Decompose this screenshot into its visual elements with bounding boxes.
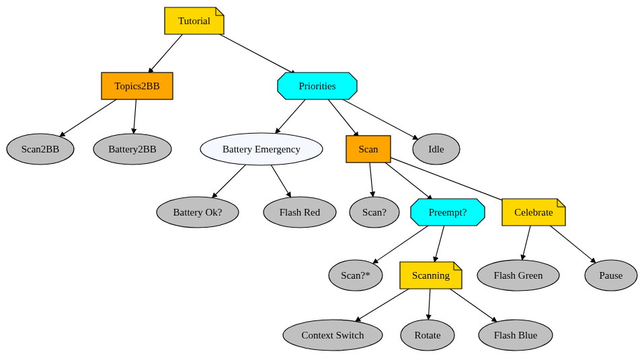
node-flash_green: Flash Green — [477, 260, 559, 291]
node-label-flash_green: Flash Green — [494, 270, 543, 281]
node-flash_red: Flash Red — [264, 197, 336, 228]
edge-scanning-context_switch — [356, 286, 413, 321]
edge-priorities-battery_emergency — [276, 99, 306, 133]
edge-battery_emergency-battery_ok — [212, 165, 246, 197]
node-priorities: Priorities — [278, 73, 357, 99]
node-label-battery_emergency: Battery Emergency — [223, 144, 300, 154]
node-label-scan2bb: Scan2BB — [22, 144, 60, 154]
node-label-scan_q: Scan? — [362, 207, 387, 218]
node-scan_q: Scan? — [350, 197, 399, 228]
node-celebrate: Celebrate — [502, 199, 565, 226]
node-pause: Pause — [585, 260, 637, 291]
node-flash_blue: Flash Blue — [479, 320, 553, 351]
edge-battery_emergency-flash_red — [271, 165, 290, 197]
edge-celebrate-flash_green — [522, 226, 531, 260]
node-scan_star: Scan?* — [329, 260, 383, 291]
node-label-celebrate: Celebrate — [514, 207, 553, 218]
node-scanning: Scanning — [400, 262, 462, 289]
edge-topics2bb-scan2bb — [60, 97, 120, 136]
node-battery_ok: Battery Ok? — [157, 197, 239, 228]
node-label-context_switch: Context Switch — [302, 330, 364, 341]
node-tutorial: Tutorial — [165, 7, 224, 34]
node-topics2bb: Topics2BB — [102, 73, 173, 99]
node-label-idle: Idle — [428, 144, 444, 154]
edge-topics2bb-battery2bb — [134, 99, 136, 134]
edge-tutorial-priorities — [214, 31, 296, 75]
node-preempt: Preempt? — [411, 199, 485, 226]
edge-scan-preempt — [382, 160, 432, 200]
edge-scanning-rotate — [428, 289, 430, 320]
node-context_switch: Context Switch — [283, 320, 383, 351]
edge-preempt-scan_star — [373, 224, 431, 264]
edge-tutorial-topics2bb — [149, 34, 184, 73]
node-label-scan_star: Scan?* — [341, 270, 370, 281]
node-label-tutorial: Tutorial — [178, 15, 210, 26]
node-battery2bb: Battery2BB — [93, 134, 171, 165]
edge-celebrate-pause — [549, 224, 596, 263]
node-label-preempt: Preempt? — [429, 207, 467, 218]
node-label-pause: Pause — [600, 270, 623, 281]
node-scan2bb: Scan2BB — [7, 134, 74, 165]
edge-priorities-scan — [328, 99, 359, 137]
edge-scan-scan_q — [370, 163, 373, 197]
node-label-topics2bb: Topics2BB — [114, 81, 159, 91]
node-label-priorities: Priorities — [299, 81, 336, 91]
node-label-scanning: Scanning — [412, 270, 450, 281]
node-scan: Scan — [346, 136, 391, 163]
node-idle: Idle — [413, 134, 460, 165]
edge-preempt-scanning — [434, 226, 444, 262]
edge-scan-celebrate — [387, 156, 510, 203]
behavior-tree-diagram: TutorialTopics2BBPrioritiesScan2BBBatter… — [0, 0, 644, 362]
node-rotate: Rotate — [401, 320, 454, 351]
node-label-battery2bb: Battery2BB — [108, 144, 157, 154]
node-label-battery_ok: Battery Ok? — [173, 207, 223, 218]
node-label-scan: Scan — [358, 144, 378, 154]
node-label-rotate: Rotate — [414, 330, 440, 341]
edge-scanning-flash_blue — [447, 287, 497, 322]
node-label-flash_red: Flash Red — [280, 207, 321, 218]
node-battery_emergency: Battery Emergency — [200, 133, 323, 165]
node-label-flash_blue: Flash Blue — [494, 330, 538, 341]
edge-priorities-idle — [339, 97, 418, 140]
